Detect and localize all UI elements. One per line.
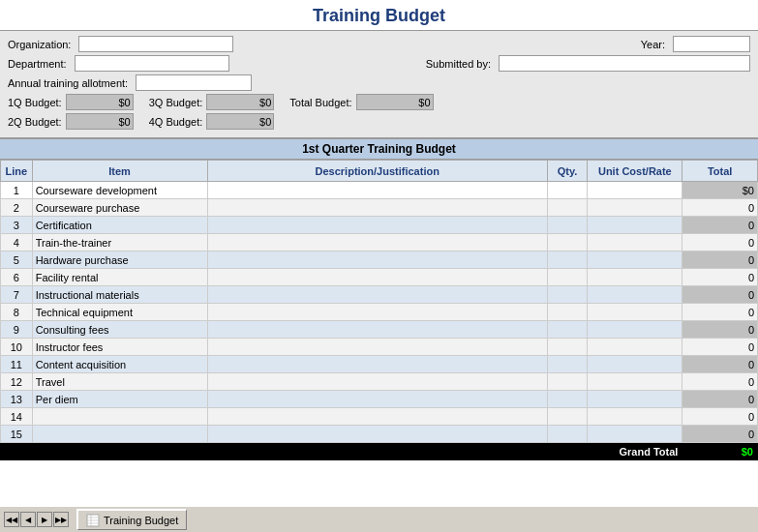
cell-line: 9 <box>1 321 33 339</box>
cell-total: 0 <box>682 269 758 286</box>
cell-unit[interactable] <box>588 426 682 443</box>
cell-qty[interactable] <box>547 217 587 234</box>
cell-desc[interactable] <box>207 199 547 217</box>
cell-item[interactable]: Technical equipment <box>32 304 207 321</box>
cell-item[interactable] <box>32 426 207 443</box>
cell-qty[interactable] <box>547 373 587 391</box>
table-row: 8Technical equipment0 <box>1 304 758 321</box>
col-header-unit: Unit Cost/Rate <box>588 161 682 182</box>
cell-qty[interactable] <box>547 356 587 373</box>
cell-desc[interactable] <box>207 217 547 234</box>
cell-desc[interactable] <box>207 373 547 391</box>
cell-qty[interactable] <box>547 199 587 217</box>
cell-qty[interactable] <box>547 251 587 269</box>
cell-qty[interactable] <box>547 304 587 321</box>
q3-budget-input[interactable] <box>206 94 274 110</box>
cell-item[interactable]: Per diem <box>32 391 207 408</box>
cell-item[interactable]: Train-the-trainer <box>32 234 207 251</box>
cell-item[interactable]: Content acquisition <box>32 356 207 373</box>
cell-item[interactable] <box>32 408 207 426</box>
cell-qty[interactable] <box>547 234 587 251</box>
title-section: Training Budget <box>0 0 758 30</box>
cell-total: 0 <box>682 356 758 373</box>
org-year-row: Organization: Year: <box>8 36 750 52</box>
cell-unit[interactable] <box>588 339 682 356</box>
cell-item[interactable]: Travel <box>32 373 207 391</box>
nav-next-icon[interactable]: ▶ <box>37 512 52 527</box>
cell-item[interactable]: Instructional materials <box>32 286 207 304</box>
cell-unit[interactable] <box>588 356 682 373</box>
cell-item[interactable]: Hardware purchase <box>32 251 207 269</box>
q4-budget-input[interactable] <box>206 113 274 130</box>
table-row: 5Hardware purchase0 <box>1 251 758 269</box>
cell-qty[interactable] <box>547 182 587 199</box>
cell-qty[interactable] <box>547 426 587 443</box>
cell-item[interactable]: Consulting fees <box>32 321 207 339</box>
cell-item[interactable]: Courseware development <box>32 182 207 199</box>
cell-unit[interactable] <box>588 199 682 217</box>
cell-line: 14 <box>1 408 33 426</box>
cell-total: 0 <box>682 217 758 234</box>
q1-budget-input[interactable] <box>66 94 134 110</box>
year-input[interactable] <box>673 36 750 52</box>
cell-qty[interactable] <box>547 408 587 426</box>
cell-desc[interactable] <box>207 426 547 443</box>
nav-first-icon[interactable]: ◀◀ <box>4 512 19 527</box>
annual-label: Annual training allotment: <box>8 77 128 89</box>
page-title: Training Budget <box>0 6 758 26</box>
cell-unit[interactable] <box>588 373 682 391</box>
cell-line: 12 <box>1 373 33 391</box>
cell-desc[interactable] <box>207 286 547 304</box>
cell-unit[interactable] <box>588 251 682 269</box>
cell-desc[interactable] <box>207 391 547 408</box>
q4-group: 4Q Budget: <box>149 113 275 130</box>
cell-unit[interactable] <box>588 217 682 234</box>
cell-desc[interactable] <box>207 321 547 339</box>
cell-desc[interactable] <box>207 339 547 356</box>
cell-item[interactable]: Instructor fees <box>32 339 207 356</box>
cell-qty[interactable] <box>547 269 587 286</box>
cell-qty[interactable] <box>547 286 587 304</box>
table-row: 7Instructional materials0 <box>1 286 758 304</box>
cell-unit[interactable] <box>588 286 682 304</box>
budgets-row: 1Q Budget: 3Q Budget: Total Budget: <box>8 94 750 110</box>
cell-qty[interactable] <box>547 321 587 339</box>
cell-unit[interactable] <box>588 408 682 426</box>
nav-prev-icon[interactable]: ◀ <box>20 512 36 527</box>
cell-unit[interactable] <box>588 182 682 199</box>
nav-last-icon[interactable]: ▶▶ <box>53 512 69 527</box>
sheet-tab[interactable]: Training Budget <box>76 509 187 530</box>
cell-total: 0 <box>682 339 758 356</box>
cell-desc[interactable] <box>207 304 547 321</box>
cell-desc[interactable] <box>207 269 547 286</box>
organization-input[interactable] <box>78 36 233 52</box>
cell-qty[interactable] <box>547 339 587 356</box>
cell-desc[interactable] <box>207 234 547 251</box>
q2-budget-input[interactable] <box>66 113 134 130</box>
annual-allotment-input[interactable] <box>136 74 252 91</box>
cell-total: 0 <box>682 391 758 408</box>
cell-desc[interactable] <box>207 408 547 426</box>
q3-group: 3Q Budget: <box>149 94 275 110</box>
cell-line: 8 <box>1 304 33 321</box>
cell-unit[interactable] <box>588 304 682 321</box>
cell-desc[interactable] <box>207 182 547 199</box>
taskbar: ◀◀ ◀ ▶ ▶▶ Training Budget <box>0 505 758 532</box>
q4-label: 4Q Budget: <box>149 116 203 128</box>
total-budget-input[interactable] <box>356 94 434 110</box>
cell-unit[interactable] <box>588 321 682 339</box>
cell-unit[interactable] <box>588 391 682 408</box>
cell-unit[interactable] <box>588 269 682 286</box>
cell-item[interactable]: Courseware purchase <box>32 199 207 217</box>
cell-desc[interactable] <box>207 356 547 373</box>
department-input[interactable] <box>75 55 229 72</box>
cell-total: 0 <box>682 234 758 251</box>
table-row: 12Travel0 <box>1 373 758 391</box>
cell-desc[interactable] <box>207 251 547 269</box>
table-container[interactable]: Line Item Description/Justification Qty.… <box>0 160 758 505</box>
cell-item[interactable]: Facility rental <box>32 269 207 286</box>
cell-qty[interactable] <box>547 391 587 408</box>
cell-item[interactable]: Certification <box>32 217 207 234</box>
submitted-by-input[interactable] <box>499 55 750 72</box>
cell-unit[interactable] <box>588 234 682 251</box>
